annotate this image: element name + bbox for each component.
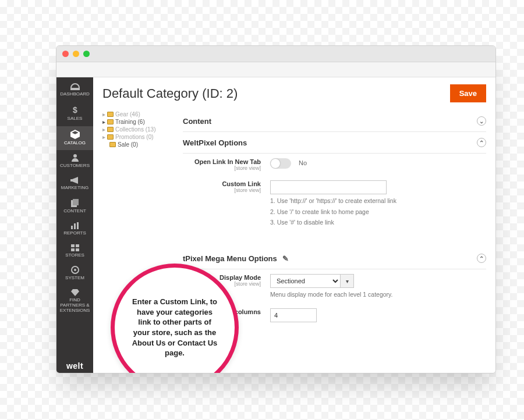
sidebar-item-sales[interactable]: $ SALES [56,102,93,126]
chevron-up-icon: ⌃ [477,254,486,263]
brand-logo: welt [56,358,93,373]
field-label: Open Link In New Tab [194,158,261,165]
tree-item: ▸Training (6) [102,118,177,126]
sidebar-item-stores[interactable]: STORES [56,241,93,263]
sidebar-label: SYSTEM [65,275,84,280]
svg-text:$: $ [73,105,77,115]
sidebar-label: CONTENT [63,208,86,213]
page-title: Default Category (ID: 2) [102,86,238,101]
num-columns-input[interactable] [270,308,317,322]
browser-frame: DASHBOARD $ SALES CATALOG CUSTOMERS MARK… [56,45,496,373]
pages-icon [71,199,79,207]
sidebar-label: MARKETING [61,185,89,190]
svg-rect-5 [74,223,76,229]
chevron-down-icon: ⌄ [477,116,486,126]
cube-icon [70,130,80,139]
scope-label: [store view] [183,165,261,171]
dashboard-icon [70,83,80,90]
section-title: Content [183,117,211,126]
sidebar-label: STORES [65,252,84,258]
chevron-up-icon: ⌃ [477,138,486,147]
sidebar-item-reports[interactable]: REPORTS [56,219,93,241]
section-title: tPixel Mega Menu Options [183,254,277,263]
svg-point-12 [74,269,76,271]
sidebar-label: CATALOG [64,140,86,145]
hint-line: Menu display mode for each level 1 categ… [270,290,486,299]
select-dropdown-icon[interactable]: ▾ [340,274,354,288]
tree-item: Sale (0) [102,141,177,148]
sidebar-item-content[interactable]: CONTENT [56,195,93,219]
field-label: Display Mode [219,274,261,281]
folder-icon [107,119,114,124]
toggle-open-new-tab[interactable] [270,158,291,169]
svg-rect-9 [71,248,75,251]
callout-text: Enter a Custom Link, to have your catego… [130,297,219,358]
diamond-icon [71,289,79,296]
bars-icon [71,222,79,229]
person-icon [72,154,79,162]
sidebar-label: SALES [68,116,83,121]
sidebar-item-partners[interactable]: FIND PARTNERS & EXTENSIONS [56,286,93,318]
sidebar-item-dashboard[interactable]: DASHBOARD [56,80,93,102]
browser-toolbar [56,62,495,77]
tree-item: ▸Gear (46) [102,111,177,118]
admin-sidebar: DASHBOARD $ SALES CATALOG CUSTOMERS MARK… [56,77,93,373]
hint-line: 3. Use '#' to disable link [270,218,486,227]
save-button[interactable]: Save [450,84,486,102]
tree-item: ▸Promotions (0) [102,133,177,141]
megaphone-icon [70,177,80,184]
sidebar-item-customers[interactable]: CUSTOMERS [56,150,93,173]
dollar-icon: $ [72,105,79,115]
section-title: WeltPixel Options [183,138,247,147]
tree-item: ▸Collections (13) [102,126,177,133]
hint-line: 1. Use 'http://' or 'https://' to create… [270,197,486,205]
svg-rect-6 [77,222,79,229]
field-open-new-tab: Open Link In New Tab [store view] No [183,154,486,176]
svg-rect-4 [71,226,73,229]
section-megamenu[interactable]: tPixel Mega Menu Options ✎ ⌃ [183,248,486,269]
window-minimize-icon[interactable] [73,51,79,57]
section-content[interactable]: Content ⌄ [183,111,486,132]
window-titlebar [56,46,495,62]
page-header: Default Category (ID: 2) Save [93,77,495,111]
sidebar-item-marketing[interactable]: MARKETING [56,173,93,195]
svg-point-1 [73,154,77,158]
folder-icon [109,142,116,147]
window-zoom-icon[interactable] [83,51,90,57]
sidebar-item-catalog[interactable]: CATALOG [56,126,93,151]
field-label: Custom Link [222,180,261,187]
sidebar-item-system[interactable]: SYSTEM [56,262,93,286]
field-custom-link: Custom Link [store view] 1. Use 'http://… [183,176,486,232]
custom-link-input[interactable] [270,180,387,194]
gear-icon [71,266,79,274]
sidebar-label: CUSTOMERS [60,163,90,168]
sidebar-label: DASHBOARD [60,91,90,97]
sidebar-label: REPORTS [63,230,86,236]
folder-icon [107,112,114,117]
window-close-icon[interactable] [62,51,69,57]
toggle-value: No [299,159,307,166]
stores-icon [71,244,79,251]
svg-rect-7 [71,244,75,247]
section-weltpixel[interactable]: WeltPixel Options ⌃ [183,132,486,154]
sidebar-label: FIND PARTNERS & EXTENSIONS [60,297,90,313]
folder-icon [107,134,114,140]
app: DASHBOARD $ SALES CATALOG CUSTOMERS MARK… [56,77,495,373]
hint-line: 2. Use '/' to create link to home page [270,208,486,216]
folder-icon [107,127,114,132]
svg-rect-8 [76,244,79,247]
scope-label: [store view] [183,187,261,193]
svg-rect-10 [76,248,79,251]
main-panel: Default Category (ID: 2) Save ▸Gear (46)… [93,77,495,373]
display-mode-select[interactable]: Sectioned [270,274,340,288]
pencil-icon[interactable]: ✎ [282,254,289,263]
svg-rect-3 [73,199,79,205]
